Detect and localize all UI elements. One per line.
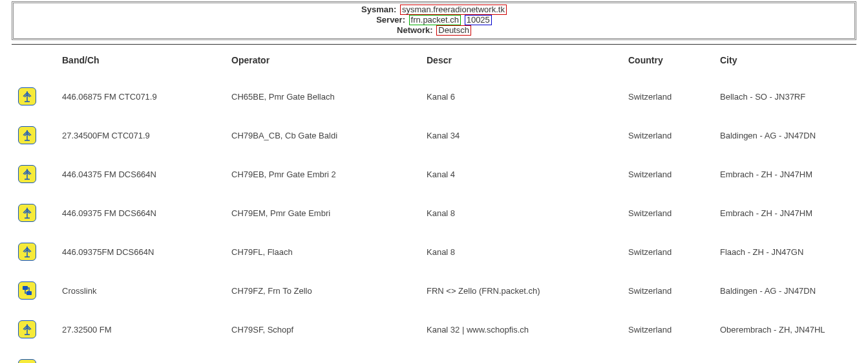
server-host[interactable]: frn.packet.ch: [409, 15, 461, 25]
antenna-icon: [18, 87, 36, 105]
header-network-line: Network: Deutsch: [14, 25, 854, 36]
cell-band: 446.04375 FM DCS664N: [58, 155, 228, 193]
cell-descr: Kanal 6: [423, 77, 624, 116]
server-label: Server:: [376, 15, 405, 25]
header-sysman-line: Sysman: sysman.freeradionetwork.tk: [14, 5, 854, 15]
header-box: Sysman: sysman.freeradionetwork.tk Serve…: [12, 1, 856, 40]
cell-operator: CH65BE, Pmr Gate Bellach: [228, 77, 423, 116]
table-row[interactable]: 446.09375FM DCS664NCH79FL, FlaachKanal 8…: [12, 232, 856, 271]
sysman-value[interactable]: sysman.freeradionetwork.tk: [400, 5, 507, 15]
cell-operator: CH79SF, Schopf: [228, 310, 423, 349]
crosslink-icon: [18, 359, 36, 363]
table-row[interactable]: 27.32500 FMCH79SF, SchopfKanal 32 | www.…: [12, 310, 856, 349]
cell-country: Switzerland: [624, 193, 716, 232]
nodes-table: Band/Ch Operator Descr Country City 446.…: [12, 49, 856, 363]
cell-city: Baldingen - AG - JN47DN: [716, 116, 856, 155]
table-row[interactable]: 27.34500FM CTC071.9CH79BA_CB, Cb Gate Ba…: [12, 116, 856, 155]
table-row[interactable]: 446.04375 FM DCS664NCH79EB, Pmr Gate Emb…: [12, 155, 856, 193]
cell-city: Baldingen - AG, JN47DN: [716, 349, 856, 363]
table-row[interactable]: 446.09375 FM DCS664NCH79EM, Pmr Gate Emb…: [12, 193, 856, 232]
cell-country: Switzerland: [624, 77, 716, 116]
antenna-icon: [18, 126, 36, 144]
cell-city: Flaach - ZH - JN47GN: [716, 232, 856, 271]
cell-operator: CH79EM, Pmr Gate Embri: [228, 193, 423, 232]
table-row[interactable]: 446.06875 FM CTC071.9CH65BE, Pmr Gate Be…: [12, 77, 856, 116]
cell-band: PC Only: [58, 349, 228, 363]
cell-band: Crosslink: [58, 271, 228, 310]
antenna-icon: [18, 204, 36, 222]
network-value[interactable]: Deutsch: [436, 25, 471, 36]
cell-operator: CH79EB, Pmr Gate Embri 2: [228, 155, 423, 193]
header-server-line: Server: frn.packet.ch 10025: [14, 15, 854, 25]
sysman-label: Sysman:: [361, 5, 396, 14]
col-descr[interactable]: Descr: [423, 49, 624, 77]
cell-descr: FRN <> Zello (FRN.packet.ch): [423, 271, 624, 310]
cell-country: Switzerland: [624, 155, 716, 193]
table-header-row: Band/Ch Operator Descr Country City: [12, 49, 856, 77]
cell-operator: CH79BA_CB, Cb Gate Baldi: [228, 116, 423, 155]
cell-descr: Kanal 32 | www.schopfis.ch: [423, 310, 624, 349]
antenna-icon: [18, 243, 36, 261]
cell-country: Switzerland: [624, 116, 716, 155]
server-port[interactable]: 10025: [465, 15, 492, 25]
cell-country: Switzerland: [624, 232, 716, 271]
cell-city: Embrach - ZH - JN47HM: [716, 193, 856, 232]
antenna-icon: [18, 165, 36, 183]
cell-band: 446.09375FM DCS664N: [58, 232, 228, 271]
cell-descr: www.wasnlos.ch: [423, 349, 624, 363]
col-band[interactable]: Band/Ch: [58, 49, 228, 77]
cell-country: Switzerland: [624, 349, 716, 363]
antenna-icon: [18, 320, 36, 338]
table-row[interactable]: CrosslinkCH79FZ, Frn To ZelloFRN <> Zell…: [12, 271, 856, 310]
network-label: Network:: [397, 25, 433, 35]
cell-operator: CH79FZ, Frn To Zello: [228, 271, 423, 310]
col-icon: [12, 49, 58, 77]
cell-descr: Kanal 8: [423, 193, 624, 232]
cell-descr: Kanal 34: [423, 116, 624, 155]
cell-operator: NEPRO 79-3, Aschi: [228, 349, 423, 363]
cell-band: 446.09375 FM DCS664N: [58, 193, 228, 232]
cell-city: Bellach - SO - JN37RF: [716, 77, 856, 116]
cell-descr: Kanal 4: [423, 155, 624, 193]
cell-city: Embrach - ZH - JN47HM: [716, 155, 856, 193]
separator-top: [12, 44, 856, 45]
cell-band: 27.32500 FM: [58, 310, 228, 349]
col-country[interactable]: Country: [624, 49, 716, 77]
cell-country: Switzerland: [624, 271, 716, 310]
col-operator[interactable]: Operator: [228, 49, 423, 77]
cell-city: Oberembrach - ZH, JN47HL: [716, 310, 856, 349]
col-city[interactable]: City: [716, 49, 856, 77]
cell-operator: CH79FL, Flaach: [228, 232, 423, 271]
cell-city: Baldingen - AG - JN47DN: [716, 271, 856, 310]
cell-band: 27.34500FM CTC071.9: [58, 116, 228, 155]
cell-band: 446.06875 FM CTC071.9: [58, 77, 228, 116]
cell-descr: Kanal 8: [423, 232, 624, 271]
cell-country: Switzerland: [624, 310, 716, 349]
crosslink-icon: [18, 281, 36, 300]
table-row[interactable]: PC OnlyNEPRO 79-3, Aschiwww.wasnlos.chSw…: [12, 349, 856, 363]
